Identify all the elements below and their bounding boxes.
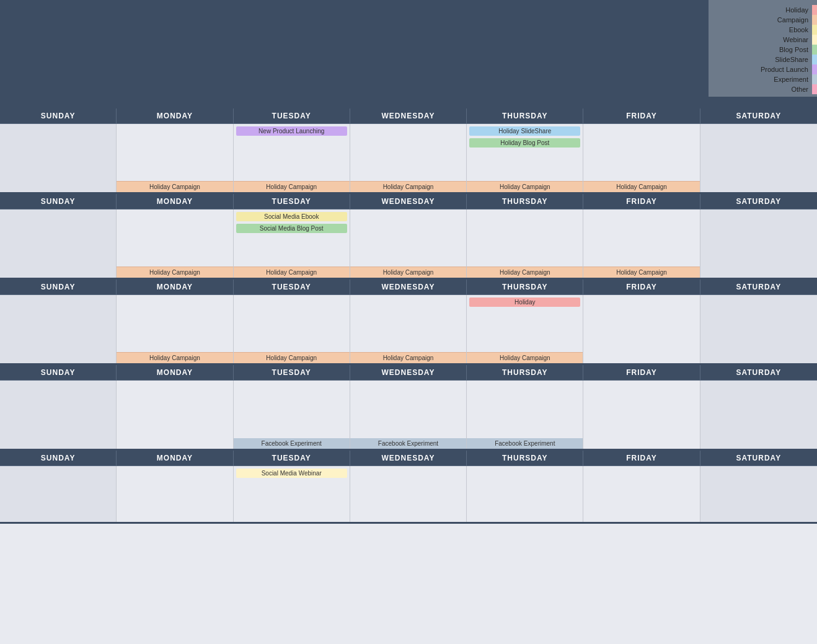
w5-monday: [117, 466, 233, 522]
w3-tuesday: Holiday Campaign: [234, 295, 350, 363]
week2-grid: Holiday Campaign Social Media Ebook Soci…: [0, 210, 817, 280]
w5-sunday: [0, 466, 117, 522]
thursday-header: THURSDAY: [467, 108, 583, 123]
event-holiday-blogpost: Holiday Blog Post: [469, 138, 580, 148]
event-social-ebook: Social Media Ebook: [236, 212, 347, 221]
w2-monday: Holiday Campaign: [117, 210, 233, 278]
w4-tuesday-footer: Facebook Experiment: [234, 438, 350, 449]
w2-sunday: [0, 210, 117, 278]
w1-saturday: [700, 124, 817, 192]
w5-friday: [583, 466, 700, 522]
week3-grid: Holiday Campaign Holiday Campaign Holida…: [0, 295, 817, 365]
w4-tuesday: Facebook Experiment: [234, 381, 350, 449]
event-holiday: Holiday: [469, 298, 580, 307]
w4-thursday-footer: Facebook Experiment: [467, 438, 583, 449]
w4-saturday: [700, 381, 817, 449]
w2-friday: Holiday Campaign: [583, 210, 700, 278]
key-item-other: Other: [709, 84, 817, 94]
event-social-blogpost: Social Media Blog Post: [236, 224, 347, 233]
key-item-blog-post: Blog Post: [709, 45, 817, 55]
w1-friday: Holiday Campaign: [583, 124, 700, 192]
w2-thursday: Holiday Campaign: [467, 210, 583, 278]
week3-headers: SUNDAY MONDAY TUESDAY WEDNESDAY THURSDAY…: [0, 280, 817, 295]
w4-monday: [117, 381, 233, 449]
key-item-webinar: Webinar: [709, 35, 817, 45]
main-container: HolidayCampaignEbookWebinarBlog PostSlid…: [0, 0, 817, 644]
w4-sunday: [0, 381, 117, 449]
w1-thursday: Holiday SlideShare Holiday Blog Post Hol…: [467, 124, 583, 192]
key-item-slideshare: SlideShare: [709, 55, 817, 64]
w1-wednesday: Holiday Campaign: [350, 124, 467, 192]
saturday-header: SATURDAY: [700, 108, 817, 123]
week5-headers: SUNDAY MONDAY TUESDAY WEDNESDAY THURSDAY…: [0, 451, 817, 466]
w3-saturday: [700, 295, 817, 363]
w3-sunday: [0, 295, 117, 363]
sunday-header: SUNDAY: [0, 108, 117, 123]
w1-tuesday-footer: Holiday Campaign: [234, 181, 350, 192]
event-holiday-slideshare: Holiday SlideShare: [469, 126, 580, 136]
key-item-ebook: Ebook: [709, 25, 817, 35]
w1-monday-footer: Holiday Campaign: [117, 181, 232, 192]
w5-tuesday: Social Media Webinar: [234, 466, 350, 522]
key-item-campaign: Campaign: [709, 15, 817, 25]
w1-tuesday: New Product Launching Holiday Campaign: [234, 124, 350, 192]
key-panel: HolidayCampaignEbookWebinarBlog PostSlid…: [709, 0, 817, 97]
key-item-product-launch: Product Launch: [709, 64, 817, 74]
w5-saturday: [700, 466, 817, 522]
week4-grid: Facebook Experiment Facebook Experiment …: [0, 381, 817, 451]
key-item-experiment: Experiment: [709, 74, 817, 84]
w4-thursday: Facebook Experiment: [467, 381, 583, 449]
event-social-webinar: Social Media Webinar: [236, 469, 347, 478]
w3-friday: [583, 295, 700, 363]
w5-wednesday: [350, 466, 467, 522]
w2-tuesday: Social Media Ebook Social Media Blog Pos…: [234, 210, 350, 278]
w4-wednesday-footer: Facebook Experiment: [350, 438, 466, 449]
week2-headers: SUNDAY MONDAY TUESDAY WEDNESDAY THURSDAY…: [0, 194, 817, 210]
wednesday-header: WEDNESDAY: [350, 108, 467, 123]
w4-friday: [583, 381, 700, 449]
tuesday-header: TUESDAY: [234, 108, 350, 123]
w1-monday: Holiday Campaign: [117, 124, 233, 192]
w3-thursday: Holiday Holiday Campaign: [467, 295, 583, 363]
w2-saturday: [700, 210, 817, 278]
week1-headers: SUNDAY MONDAY TUESDAY WEDNESDAY THURSDAY…: [0, 108, 817, 124]
week4-headers: SUNDAY MONDAY TUESDAY WEDNESDAY THURSDAY…: [0, 365, 817, 381]
w3-wednesday: Holiday Campaign: [350, 295, 467, 363]
key-item-holiday: Holiday: [709, 5, 817, 15]
w4-wednesday: Facebook Experiment: [350, 381, 467, 449]
key-items: HolidayCampaignEbookWebinarBlog PostSlid…: [709, 5, 817, 94]
w3-monday: Holiday Campaign: [117, 295, 233, 363]
calendar: SUNDAY MONDAY TUESDAY WEDNESDAY THURSDAY…: [0, 108, 817, 524]
w1-friday-footer: Holiday Campaign: [583, 181, 699, 192]
w1-thursday-footer: Holiday Campaign: [467, 181, 583, 192]
monday-header: MONDAY: [117, 108, 233, 123]
week5-grid: Social Media Webinar: [0, 466, 817, 524]
w1-wednesday-footer: Holiday Campaign: [350, 181, 466, 192]
week1-grid: Holiday Campaign New Product Launching H…: [0, 124, 817, 194]
w2-wednesday: Holiday Campaign: [350, 210, 467, 278]
friday-header: FRIDAY: [583, 108, 700, 123]
event-new-product: New Product Launching: [236, 126, 347, 136]
header: HolidayCampaignEbookWebinarBlog PostSlid…: [0, 0, 817, 108]
w5-thursday: [467, 466, 583, 522]
w1-sunday: [0, 124, 117, 192]
